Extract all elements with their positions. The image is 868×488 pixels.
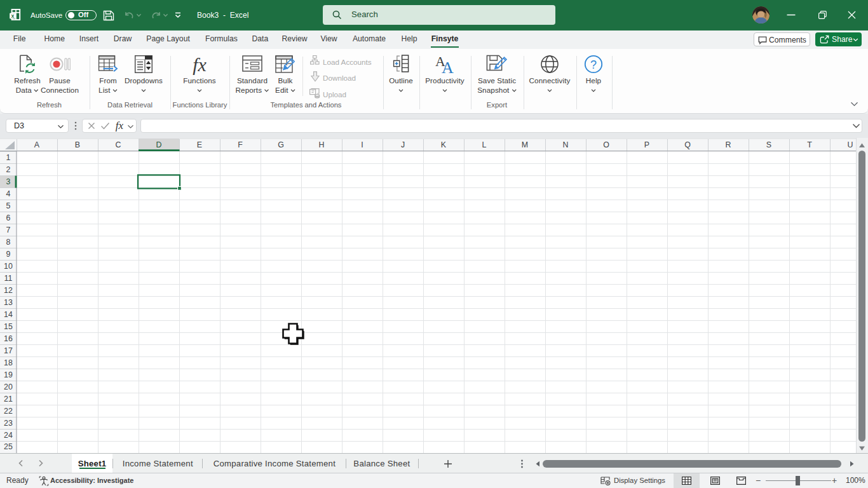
svg-text:B: B xyxy=(75,140,80,149)
svg-text:3: 3 xyxy=(6,177,11,186)
svg-text:U: U xyxy=(848,140,853,149)
svg-text:P: P xyxy=(644,140,649,149)
svg-text:O: O xyxy=(603,140,609,149)
svg-text:8: 8 xyxy=(6,238,11,247)
svg-text:C: C xyxy=(116,140,121,149)
svg-text:23: 23 xyxy=(4,419,13,428)
svg-text:A: A xyxy=(442,58,454,74)
svg-text:25: 25 xyxy=(4,442,13,451)
svg-text:T: T xyxy=(807,140,812,149)
svg-text:10: 10 xyxy=(4,262,13,271)
svg-text:R: R xyxy=(726,140,731,149)
svg-text:H: H xyxy=(319,140,325,149)
svg-text:E: E xyxy=(197,140,202,149)
svg-text:I: I xyxy=(361,140,363,149)
svg-text:L: L xyxy=(482,140,487,149)
svg-text:20: 20 xyxy=(4,383,13,391)
svg-text:fx: fx xyxy=(116,119,124,132)
svg-text:17: 17 xyxy=(4,346,13,355)
svg-text:7: 7 xyxy=(6,226,11,234)
svg-text:18: 18 xyxy=(4,358,13,367)
svg-text:16: 16 xyxy=(4,334,13,343)
svg-text:M: M xyxy=(522,140,528,149)
svg-text:11: 11 xyxy=(4,274,13,283)
svg-text:K: K xyxy=(441,140,447,149)
svg-text:N: N xyxy=(563,140,569,149)
svg-text:x: x xyxy=(11,13,14,19)
svg-text:A: A xyxy=(34,140,40,149)
svg-text:1: 1 xyxy=(6,153,11,162)
svg-text:S: S xyxy=(766,140,771,149)
svg-text:24: 24 xyxy=(4,431,13,440)
svg-text:Q: Q xyxy=(684,140,691,149)
svg-text:12: 12 xyxy=(4,286,13,295)
svg-text:6: 6 xyxy=(6,214,11,222)
svg-text:14: 14 xyxy=(4,310,13,319)
svg-text:22: 22 xyxy=(4,407,13,416)
svg-text:?: ? xyxy=(590,58,597,71)
svg-text:19: 19 xyxy=(4,370,13,379)
svg-text:D: D xyxy=(156,140,162,149)
svg-text:21: 21 xyxy=(4,395,13,403)
svg-text:5: 5 xyxy=(6,201,11,210)
svg-text:4: 4 xyxy=(6,189,11,198)
svg-text:9: 9 xyxy=(6,250,11,259)
svg-text:15: 15 xyxy=(4,322,13,331)
svg-text:J: J xyxy=(401,140,405,149)
svg-text:G: G xyxy=(278,140,284,149)
svg-text:13: 13 xyxy=(4,298,13,307)
svg-text:F: F xyxy=(238,140,243,149)
svg-text:2: 2 xyxy=(6,165,11,174)
svg-text:fx: fx xyxy=(193,55,207,75)
